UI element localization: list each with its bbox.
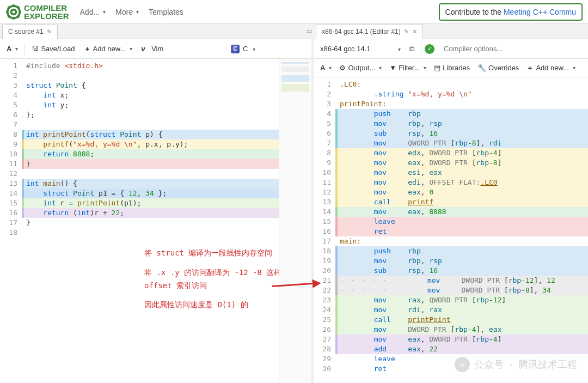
asm-panel: x86-64 gcc 14.1 ⧉ ✓ A ⚙Output... ▼Filter… xyxy=(314,39,588,383)
code-line[interactable]: leave xyxy=(335,217,588,227)
code-line[interactable] xyxy=(22,71,279,81)
compiler-select[interactable]: x86-64 gcc 14.1 xyxy=(317,42,404,55)
code-line[interactable]: struct Point p1 = { 12, 34 }; xyxy=(22,189,279,198)
code-line[interactable]: printPoint: xyxy=(335,99,588,109)
tab-source[interactable]: C source #1 ✎ xyxy=(2,24,58,39)
code-line[interactable]: .string "x=%d, y=%d \n" xyxy=(335,89,588,99)
code-line[interactable]: #include <stdio.h> xyxy=(22,61,279,71)
code-line[interactable]: int r = printPoint(p1); xyxy=(22,198,279,208)
pencil-icon[interactable]: ✎ xyxy=(47,28,52,35)
code-line[interactable] xyxy=(22,228,279,238)
annotation-arrow xyxy=(272,285,314,287)
vim-button[interactable]: ν Vim xyxy=(138,42,167,55)
code-line[interactable]: mov eax, DWORD PTR [rbp-8] xyxy=(335,158,588,168)
menu-templates[interactable]: Templates xyxy=(149,8,183,16)
code-line[interactable]: call printf xyxy=(335,197,588,207)
code-line[interactable]: · · · · · mov DWORD PTR [rbp-8], 34 xyxy=(335,285,588,295)
filter-button[interactable]: ▼Filter... xyxy=(386,62,430,74)
popout-icon[interactable]: ⧉ xyxy=(406,42,418,56)
code-line[interactable]: int y; xyxy=(22,100,279,110)
code-line[interactable]: mov edx, DWORD PTR [rbp-4] xyxy=(335,148,588,158)
code-line[interactable]: sub rsp, 16 xyxy=(335,266,588,276)
annotation-2a: 将 .x .y 的访问翻译为 -12 -8 这样的 xyxy=(144,266,297,279)
code-line[interactable]: mov esi, eax xyxy=(335,168,588,178)
font-button[interactable]: A xyxy=(317,62,335,74)
code-line[interactable]: mov eax, 0 xyxy=(335,187,588,197)
asm-subtoolbar: A ⚙Output... ▼Filter... ▤Libraries 🔧Over… xyxy=(314,59,588,77)
compiler-options-input[interactable] xyxy=(442,42,585,55)
libraries-button[interactable]: ▤Libraries xyxy=(431,62,473,74)
code-line[interactable]: ret xyxy=(335,227,588,236)
code-line[interactable]: mov edi, OFFSET FLAT:.LC0 xyxy=(335,178,588,187)
code-line[interactable]: .LC0: xyxy=(335,80,588,89)
svg-line-8 xyxy=(18,7,20,8)
code-line[interactable]: push rbp xyxy=(335,109,588,119)
svg-line-6 xyxy=(8,7,10,8)
code-line[interactable]: main: xyxy=(335,236,588,246)
language-select[interactable]: CC xyxy=(226,42,308,56)
maximize-icon[interactable]: ▭ xyxy=(305,28,314,35)
code-line[interactable]: mov rdi, rax xyxy=(335,305,588,315)
wrench-icon: 🔧 xyxy=(477,64,486,72)
minimap[interactable] xyxy=(279,59,311,383)
code-line[interactable]: return 8888; xyxy=(22,149,279,159)
asm-toolbar: x86-64 gcc 14.1 ⧉ ✓ xyxy=(314,39,588,59)
top-bar: COMPILEREXPLORER Add... More Templates C… xyxy=(0,0,588,24)
code-line[interactable]: mov QWORD PTR [rbp-8], rdi xyxy=(335,138,588,148)
source-editor[interactable]: 123456789101112131415161718 将 struct 编译为… xyxy=(0,59,311,383)
annotation-3: 因此属性访问速度是 O(1) 的 xyxy=(144,299,297,312)
contribute-link[interactable]: Meeting C++ Commu xyxy=(504,8,576,16)
code-line[interactable]: return (int)r + 22; xyxy=(22,208,279,218)
menu-add[interactable]: Add... xyxy=(80,8,106,16)
annotation-1: 将 struct 编译为一段线性内存空间 xyxy=(144,247,297,260)
code-line[interactable]: mov rbp, rsp xyxy=(335,119,588,129)
code-line[interactable]: int main() { xyxy=(22,179,279,189)
logo[interactable]: COMPILEREXPLORER xyxy=(5,4,69,20)
code-line[interactable]: add eax, 22 xyxy=(335,344,588,354)
close-icon[interactable]: ✕ xyxy=(412,28,417,35)
funnel-icon: ▼ xyxy=(389,64,396,72)
brand-line2: EXPLORER xyxy=(24,11,69,21)
top-menu: Add... More Templates xyxy=(80,8,183,16)
add-new-button[interactable]: ＋Add new... xyxy=(523,61,579,75)
asm-editor[interactable]: 1234567891011121314151617181920212223242… xyxy=(314,77,588,383)
code-line[interactable]: call printPoint xyxy=(335,315,588,325)
svg-point-1 xyxy=(11,9,16,14)
code-line[interactable]: mov rbp, rsp xyxy=(335,256,588,266)
watermark: ✉ 公众号 · 腾讯技术工程 xyxy=(455,357,577,372)
code-line[interactable] xyxy=(22,169,279,179)
source-toolbar: A 🖫Save/Load ＋Add new... ν Vim CC xyxy=(0,39,311,59)
code-line[interactable]: · · · · · mov DWORD PTR [rbp-12], 12 xyxy=(335,276,588,285)
code-line[interactable]: mov eax, 8888 xyxy=(335,207,588,217)
add-new-button[interactable]: ＋Add new... xyxy=(81,42,136,56)
save-icon: 🖫 xyxy=(32,45,39,53)
code-line[interactable]: } xyxy=(22,218,279,228)
tab-asm[interactable]: x86-64 gcc 14.1 (Editor #1) ✎ ✕ xyxy=(316,24,423,39)
gear-icon xyxy=(5,4,22,20)
code-line[interactable]: printf("x=%d, y=%d \n", p.x, p.y); xyxy=(22,139,279,149)
save-load-button[interactable]: 🖫Save/Load xyxy=(28,42,78,55)
pencil-icon[interactable]: ✎ xyxy=(404,28,409,35)
c-lang-icon: C xyxy=(231,45,240,53)
overrides-button[interactable]: 🔧Overrides xyxy=(474,62,522,74)
code-line[interactable]: struct Point { xyxy=(22,81,279,90)
output-button[interactable]: ⚙Output... xyxy=(336,62,385,74)
svg-line-9 xyxy=(8,16,10,17)
code-line[interactable]: int x; xyxy=(22,90,279,100)
menu-more[interactable]: More xyxy=(115,8,139,16)
code-line[interactable]: }; xyxy=(22,110,279,120)
book-icon: ▤ xyxy=(434,64,440,72)
code-line[interactable]: int printPoint(struct Point p) { xyxy=(22,130,279,139)
code-line[interactable]: mov eax, DWORD PTR [rbp-4] xyxy=(335,335,588,344)
font-button[interactable]: A xyxy=(3,42,21,55)
code-line[interactable]: sub rsp, 16 xyxy=(335,129,588,138)
status-ok-icon: ✓ xyxy=(425,44,434,54)
code-line[interactable] xyxy=(22,120,279,130)
contribute-banner[interactable]: Contribute to the Meeting C++ Commu xyxy=(439,3,583,21)
code-line[interactable]: mov DWORD PTR [rbp-4], eax xyxy=(335,325,588,335)
code-line[interactable]: } xyxy=(22,159,279,169)
code-line[interactable]: push rbp xyxy=(335,246,588,256)
gear-icon: ⚙ xyxy=(339,64,346,72)
code-line[interactable]: mov rax, QWORD PTR [rbp-12] xyxy=(335,295,588,305)
tabs-row: C source #1 ✎ ▭ x86-64 gcc 14.1 (Editor … xyxy=(0,24,588,39)
